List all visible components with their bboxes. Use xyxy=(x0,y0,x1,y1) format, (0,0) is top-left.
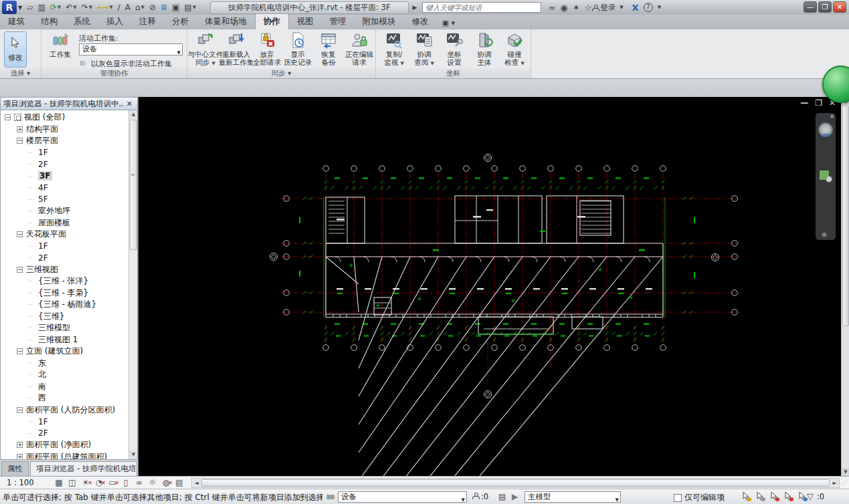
shadows-icon[interactable]: ◔✕ xyxy=(94,477,104,488)
selection-filter-icon[interactable]: ▽ xyxy=(807,491,814,501)
coordination-host-button[interactable]: 协调主体 xyxy=(469,31,500,68)
sun-path-icon[interactable]: ☀✕ xyxy=(80,477,91,488)
tab-管理[interactable]: 管理 xyxy=(322,14,355,29)
horizontal-scrollbar[interactable]: ◄ ► xyxy=(191,478,840,488)
synchronize-panel-label[interactable]: 同步 ▾ xyxy=(187,68,375,78)
communication-icon[interactable]: ✶ xyxy=(573,3,580,13)
tab-体量和场地[interactable]: 体量和场地 xyxy=(197,14,255,29)
redo-icon[interactable]: ↷▼ xyxy=(80,1,94,13)
tab-建筑[interactable]: 建筑 xyxy=(0,14,33,29)
measure-icon[interactable]: ⟷▼ xyxy=(95,1,115,13)
coordination-review-button[interactable]: 协调查阅 ▼ xyxy=(409,31,440,68)
collapse-icon[interactable]: − xyxy=(17,231,23,237)
copy-monitor-button[interactable]: 复制/监视 ▼ xyxy=(379,31,409,68)
modify-button[interactable]: 修改 xyxy=(4,31,27,68)
tree-item-立面-建筑立面-[interactable]: −立面 (建筑立面) xyxy=(1,346,128,358)
default-3d-view-icon[interactable]: ⌂▼ xyxy=(133,1,147,13)
collapse-icon[interactable]: − xyxy=(17,138,23,144)
tree-scrollbar[interactable]: ▲ ≡ ▼ xyxy=(128,110,137,459)
sync-with-central-icon[interactable]: ⟳▼ xyxy=(48,1,63,13)
switch-windows-icon[interactable]: ▤▼ xyxy=(182,1,198,13)
panel-display-toggle-icon[interactable]: ▣ ▾ xyxy=(442,19,455,29)
tree-scroll-down-icon[interactable]: ▼ xyxy=(129,451,138,459)
tree-item-1F[interactable]: ┄1F xyxy=(1,241,128,253)
tree-item-三维视图-1[interactable]: ┄三维视图 1 xyxy=(1,334,128,346)
tree-item-东[interactable]: ┄东 xyxy=(1,358,128,370)
editing-requests-icon[interactable] xyxy=(472,493,478,499)
expand-icon[interactable]: + xyxy=(17,442,23,448)
tab-插入[interactable]: 插入 xyxy=(98,14,131,29)
select-links-icon[interactable] xyxy=(741,491,752,502)
crop-view-icon[interactable]: ▭✕ xyxy=(107,477,118,488)
navbar-close-icon[interactable]: ✕ xyxy=(830,114,834,120)
resize-grip-icon[interactable]: ⋰ xyxy=(841,479,849,486)
scroll-right-icon[interactable]: ► xyxy=(830,479,839,487)
tree-item--三维-张洋-[interactable]: ┄{三维 - 张洋} xyxy=(1,275,128,287)
design-options-icon[interactable]: ▶ xyxy=(511,491,522,502)
drawing-area[interactable]: — ❐ ✕ ✕ ⊜ xyxy=(138,97,841,476)
visual-style-icon[interactable]: ◫ xyxy=(67,477,78,488)
collapse-icon[interactable]: − xyxy=(17,407,23,413)
tree-item--三维-杨雨迪-[interactable]: ┄{三维 - 杨雨迪} xyxy=(1,299,128,311)
tab-注释[interactable]: 注释 xyxy=(131,14,164,29)
interference-check-button-arrow-icon[interactable]: ▼ xyxy=(521,61,524,66)
save-icon[interactable]: ▥ xyxy=(35,1,47,13)
view-minimize-icon[interactable]: — xyxy=(800,98,808,108)
temporary-view-properties-icon[interactable]: ▤ xyxy=(174,477,185,488)
tree-item-1F[interactable]: ┄1F xyxy=(1,416,128,428)
favorites-icon[interactable]: ☆ xyxy=(585,3,593,13)
tab-结构[interactable]: 结构 xyxy=(33,14,66,29)
view-restore-icon[interactable]: ❐ xyxy=(815,98,822,108)
thin-lines-icon[interactable]: ≣ xyxy=(159,1,169,13)
help-icon[interactable]: ? xyxy=(644,3,653,12)
tree-item--三维-李枭-[interactable]: ┄{三维 - 李枭} xyxy=(1,287,128,299)
design-option-select[interactable]: 主模型▼ xyxy=(525,491,621,503)
tab-协作[interactable]: 协作 xyxy=(255,13,289,29)
coordination-review-button-arrow-icon[interactable]: ▼ xyxy=(430,61,434,66)
tab-附加模块[interactable]: 附加模块 xyxy=(355,14,404,29)
application-menu-arrow-icon[interactable]: ▼ xyxy=(18,5,22,11)
text-icon[interactable]: A xyxy=(123,1,132,13)
tree-scroll-up-icon[interactable]: ▲ xyxy=(129,110,138,119)
select-by-face-icon[interactable] xyxy=(783,491,794,502)
navbar-options-icon[interactable]: ⊜ xyxy=(822,231,827,238)
expand-icon[interactable]: + xyxy=(17,454,23,460)
aligned-dimension-icon[interactable]: ∕ xyxy=(116,1,122,13)
tree-scroll-thumb[interactable] xyxy=(130,120,137,250)
tree-item-1F[interactable]: ┄1F xyxy=(1,147,128,159)
sync-with-central-button-arrow-icon[interactable]: ▼ xyxy=(211,61,215,66)
tree-item-三维视图[interactable]: −三维视图 xyxy=(1,264,128,276)
open-icon[interactable]: ▱ xyxy=(25,1,35,13)
collapse-icon[interactable]: − xyxy=(17,348,23,354)
tree-item-西[interactable]: ┄西 xyxy=(1,392,128,404)
subscription-icon[interactable]: ◉ xyxy=(560,3,567,13)
section-icon[interactable]: ⊘ xyxy=(147,1,158,13)
restore-backup-button[interactable]: 恢复备份 xyxy=(313,31,344,68)
tree-item-北[interactable]: ┄北 xyxy=(1,369,128,381)
reload-latest-button[interactable]: 重新载入最新工作集 xyxy=(221,31,252,68)
tree-item-三维模型[interactable]: ┄三维模型 xyxy=(1,322,128,334)
temporary-hide-isolate-icon[interactable]: ∞ xyxy=(134,477,145,488)
tree-item-4F[interactable]: ┄4F xyxy=(1,182,128,194)
tab-分析[interactable]: 分析 xyxy=(164,14,197,29)
worksharing-display-settings-icon[interactable]: ▤ xyxy=(498,491,508,502)
tree-item-3F[interactable]: ┄3F xyxy=(1,170,128,182)
minimize-button[interactable]: — xyxy=(804,1,817,13)
tree-item-面积平面-总建筑面积-[interactable]: +面积平面 (总建筑面积) xyxy=(1,451,128,461)
worksets-button[interactable]: 工作集 xyxy=(45,31,76,68)
scroll-down-icon[interactable]: ▼ xyxy=(842,468,849,476)
restore-button[interactable]: ❐ xyxy=(818,1,832,13)
search-icon[interactable]: ∞ xyxy=(548,3,555,13)
close-button[interactable]: ✕ xyxy=(833,1,846,13)
active-workset-select[interactable]: 设备▼ xyxy=(79,43,183,55)
copy-monitor-button-arrow-icon[interactable]: ▼ xyxy=(400,61,403,66)
tree-item-天花板平面[interactable]: −天花板平面 xyxy=(1,229,128,241)
sync-with-central-button[interactable]: 与中心文件同步 ▼ xyxy=(190,31,221,68)
tree-item-结构平面[interactable]: +结构平面 xyxy=(1,124,128,136)
help-arrow-icon[interactable]: ▼ xyxy=(658,5,661,10)
application-menu-button[interactable]: R xyxy=(2,1,17,14)
tab-视图[interactable]: 视图 xyxy=(289,14,322,29)
tree-item-楼层平面[interactable]: −楼层平面 xyxy=(1,135,128,147)
tree-item-室外地坪[interactable]: ┄室外地坪 xyxy=(1,205,128,217)
hscroll-thumb[interactable] xyxy=(201,479,830,487)
